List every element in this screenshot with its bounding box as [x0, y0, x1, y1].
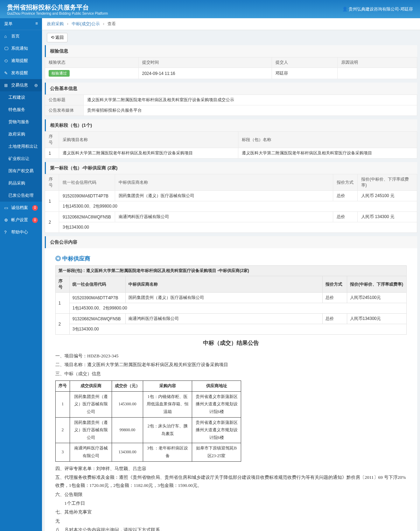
- menu-icon: 🖵: [4, 46, 9, 51]
- sections-table: 序号采购项目名称标段（包）名称 1遵义医科大学第二附属医院老年标杆病区及相关科室…: [45, 131, 417, 159]
- result-table: 序号 成交供应商 成交价（元） 采购内容 供应商地址 1国药集团贵州（遵义）医疗…: [55, 380, 241, 461]
- winners-table: 序号 统一社会信用代码 中标供应商名称 报价方式 报价(中标价、下浮率或费率) …: [45, 174, 417, 233]
- sidebar-subitem[interactable]: 政府采购: [0, 128, 42, 140]
- sidebar-subitem[interactable]: 货物与服务: [0, 116, 42, 128]
- inner-supplier-table: 第一标段(包) : 遵义医科大学第二附属医院老年标杆病区及相关科室医疗设备采购项…: [55, 265, 407, 335]
- sidebar-subitem[interactable]: 已发公告处理: [0, 189, 42, 202]
- sidebar-subitem[interactable]: 土地使用权出让: [0, 140, 42, 153]
- sidebar-subitem[interactable]: 国有产权交易: [0, 165, 42, 177]
- sidebar-item[interactable]: ⊞交易信息⊖: [0, 79, 42, 91]
- breadcrumb-1[interactable]: 政府采购: [47, 21, 64, 26]
- back-button[interactable]: ⟲ 返回: [47, 33, 68, 42]
- status-badge: 核验通过: [49, 70, 70, 77]
- menu-icon: ?: [4, 230, 9, 235]
- menu-icon: ⏲: [4, 58, 9, 63]
- winners-title: 第一标段（包）-中标供应商 (2家): [45, 162, 417, 174]
- sidebar-item[interactable]: ✎发布提醒: [0, 67, 42, 79]
- sidebar-item[interactable]: 🖵系统通知: [0, 42, 42, 55]
- verify-title: 核验信息: [45, 45, 417, 57]
- menu-header: 菜单 ≡: [0, 18, 42, 30]
- basic-title: 公告基本信息: [45, 83, 417, 95]
- announcement-title: 中标（成交）结果公告: [55, 340, 407, 347]
- menu-collapse-icon[interactable]: ≡: [35, 21, 38, 27]
- menu-icon: ⌂: [4, 34, 9, 39]
- content-title: 公告公示内容: [45, 236, 417, 248]
- badge-icon: 0: [32, 217, 38, 223]
- user-label[interactable]: 贵州弘典建设咨询有限公司-邓廷容: [342, 6, 413, 12]
- verify-table: 核验状态 提交时间 提交人 原因说明 核验通过 2024-09-14 11:16…: [45, 57, 417, 79]
- sidebar-subitem[interactable]: 药品采购: [0, 177, 42, 189]
- menu-icon: ⚙: [4, 218, 9, 223]
- breadcrumb-3: 查看: [107, 21, 116, 26]
- app-subtitle: GuiZhou Province Tendering and Bidding P…: [7, 12, 108, 15]
- sidebar-item[interactable]: ⏲逾期提醒: [0, 55, 42, 67]
- expand-icon: ⊖: [34, 83, 38, 88]
- sections-title: 相关标段（包）(1个): [45, 119, 417, 131]
- menu-icon: ▭: [4, 205, 9, 210]
- badge-icon: 0: [32, 205, 38, 211]
- breadcrumb-2[interactable]: 中标(成交)公示: [72, 21, 100, 26]
- sidebar-subitem[interactable]: 矿业权出让: [0, 153, 42, 165]
- sidebar-item[interactable]: ▭诚信档案0: [0, 202, 42, 214]
- app-header: 贵州省招标投标公共服务平台 GuiZhou Province Tendering…: [0, 0, 420, 18]
- breadcrumb: 政府采购 › 中标(成交)公示 › 查看: [42, 18, 420, 30]
- menu-icon: ⊞: [4, 83, 9, 88]
- app-title: 贵州省招标投标公共服务平台: [7, 3, 108, 12]
- supplier-heading: 中标供应商: [55, 252, 407, 265]
- sidebar: 菜单 ≡ ⌂首页🖵系统通知⏲逾期提醒✎发布提醒⊞交易信息⊖ 工程建设特色服务货物…: [0, 18, 42, 531]
- menu-icon: ✎: [4, 71, 9, 76]
- sidebar-item[interactable]: ?帮助中心: [0, 226, 42, 238]
- sidebar-item[interactable]: ⌂首页: [0, 30, 42, 42]
- announcement-body: 一、项目编号：HDZB-2023-345 二、项目名称：遵义医科大学第二附属医院…: [55, 352, 407, 531]
- sidebar-subitem[interactable]: 特色服务: [0, 104, 42, 116]
- main-content: 政府采购 › 中标(成交)公示 › 查看 ⟲ 返回 核验信息 核验状态 提交时间…: [42, 18, 420, 531]
- sidebar-subitem[interactable]: 工程建设: [0, 91, 42, 104]
- sidebar-item[interactable]: ⚙帐户设置0: [0, 214, 42, 226]
